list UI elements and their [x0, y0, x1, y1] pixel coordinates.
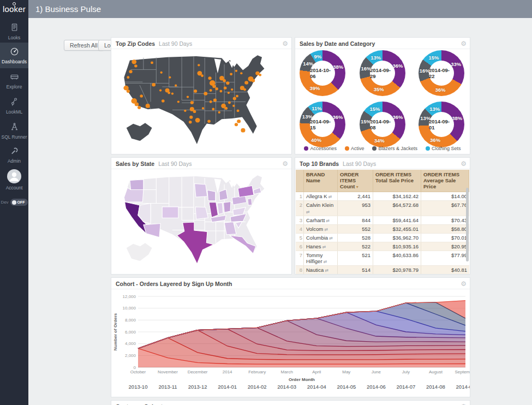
donut-percent-label: 13% [419, 115, 432, 121]
table-row[interactable]: 5Columbia ⇄528$36,962.70$70.01 [296, 234, 469, 242]
state-OR[interactable] [124, 188, 144, 202]
gear-icon[interactable]: ⚙ [282, 40, 288, 47]
zip-dot [202, 107, 204, 109]
state-MN[interactable] [195, 183, 207, 197]
donut-chart-2014-09-22[interactable]: 2014-09-2233%36%16%15% [419, 50, 464, 96]
cohort-legend-item[interactable]: 2014-03 [277, 384, 296, 390]
state-WA[interactable] [130, 180, 144, 190]
sql-runner-icon [10, 124, 19, 133]
donut-chart-2014-10-06[interactable]: 2014-10-0638%39%14%9% [300, 50, 345, 96]
table-cell: 528 [338, 234, 373, 242]
cohort-legend-item[interactable]: 2014-09 [456, 384, 470, 390]
zip-codes-map[interactable] [116, 51, 286, 152]
table-cell: 8 [296, 266, 304, 274]
legend-item[interactable]: Blazers & Jackets [372, 146, 417, 151]
sidebar-item-admin[interactable]: Admin [0, 146, 28, 164]
sidebar-item-dashboards[interactable]: Dashboards [0, 43, 28, 68]
state-OH[interactable] [224, 202, 231, 213]
cohort-legend-item[interactable]: 2014-01 [218, 384, 237, 390]
gear-icon[interactable]: ⚙ [282, 160, 288, 168]
x-tick-label: December [188, 370, 208, 374]
table-cell: 7 [296, 251, 304, 265]
table-cell: 953 [338, 201, 373, 216]
donut-chart-2014-09-01[interactable]: 2014-09-0138%36%13%13% [419, 102, 464, 147]
state-MO[interactable] [195, 207, 208, 219]
donut-percent-label: 15% [359, 118, 372, 124]
x-tick-label: July [402, 370, 410, 374]
donut-percent-label: 36% [429, 137, 442, 143]
zip-dot [212, 85, 216, 88]
cohort-legend-item[interactable]: 2013-10 [129, 384, 148, 390]
table-cell: $59,441.64 [373, 216, 421, 224]
cohort-legend-item[interactable]: 2014-08 [426, 384, 445, 390]
x-tick-label: August [429, 370, 443, 374]
brand-name-cell: Tommy Hilfiger ⇄ [304, 251, 338, 265]
table-row[interactable]: 7Tommy Hilfiger ⇄521$40,633.86$77.99 [296, 251, 469, 266]
table-cell: 522 [338, 242, 373, 251]
gear-icon[interactable]: ⚙ [461, 40, 467, 47]
cohort-legend-item[interactable]: 2014-02 [248, 384, 267, 390]
zip-dot [131, 59, 136, 64]
gear-icon[interactable]: ⚙ [461, 403, 467, 405]
table-row[interactable]: 1Allegra K ⇄2,441$34,162.42$14.00 [296, 192, 469, 201]
zip-dot [138, 106, 141, 109]
table-row[interactable]: 8Nautica ⇄514$20,978.79$40.81 [296, 266, 469, 274]
sidebar-item-explore[interactable]: Explore [0, 72, 28, 90]
zip-dot [243, 88, 246, 91]
explore-icon [10, 74, 19, 83]
column-header[interactable] [296, 170, 304, 192]
refresh-all-button[interactable]: Refresh All [64, 40, 104, 51]
table-row[interactable]: 3Carhartt ⇄844$59,441.64$70.43 [296, 216, 469, 225]
x-tick-label: September [455, 370, 470, 374]
cohort-legend-item[interactable]: 2014-05 [337, 384, 356, 390]
brand-name-cell: Hanes ⇄ [304, 242, 338, 251]
looker-logo[interactable]: looker [0, 0, 28, 18]
x-axis-title: Order Month [289, 377, 315, 382]
state-NJ[interactable] [248, 199, 252, 206]
sidebar: looker Looks Dashboards Explore LookML S… [0, 0, 28, 405]
sidebar-item-looks[interactable]: Looks [0, 23, 28, 40]
column-header[interactable]: ORDER ITEMS Count ▾ [338, 170, 373, 192]
cohort-legend-item[interactable]: 2013-11 [158, 384, 177, 390]
panel-title: Top Zip Codes Last 90 Days ⚙ [111, 38, 291, 49]
sales-by-state-map[interactable] [116, 171, 286, 272]
state-CO[interactable] [162, 207, 178, 218]
table-row[interactable]: 2Calvin Klein ⇄953$64,572.68$67.76 [296, 201, 469, 216]
cohort-legend-item[interactable]: 2014-07 [396, 384, 415, 390]
donut-chart-2014-09-29[interactable]: 2014-09-2936%35%16%13% [360, 50, 405, 96]
column-header[interactable]: ORDER ITEMS Total Sale Price [373, 170, 421, 192]
legend-item[interactable]: Accessories [304, 146, 337, 151]
sidebar-item-lookml[interactable]: LookML [0, 97, 28, 115]
legend-item[interactable]: Clothing Sets [426, 146, 461, 151]
drill-icon: ⇄ [327, 194, 332, 199]
cohort-legend-item[interactable]: 2014-04 [307, 384, 326, 390]
zip-dot [171, 92, 174, 94]
brand-name-cell: Nautica ⇄ [304, 266, 338, 274]
cohort-legend-item[interactable]: 2014-06 [367, 384, 386, 390]
sidebar-item-sql-runner[interactable]: SQL Runner [0, 122, 28, 140]
table-scrollbar[interactable] [466, 188, 469, 261]
legend-item[interactable]: Active [345, 146, 364, 151]
state-AZ[interactable] [144, 223, 160, 237]
dev-toggle[interactable]: OFF [10, 199, 28, 206]
table-cell: $40,633.86 [373, 251, 421, 265]
cohort-legend-item[interactable]: 2013-12 [188, 384, 207, 390]
column-header[interactable]: BRAND Name [304, 170, 338, 192]
cohort-area-chart[interactable]: 02,0004,0006,0008,00010,00012,000October… [111, 290, 470, 397]
gear-icon[interactable]: ⚙ [461, 280, 467, 288]
column-header[interactable]: ORDER ITEMS Average Sale Price [421, 170, 469, 192]
donut-percent-label: 36% [434, 87, 447, 93]
state-WI[interactable] [207, 190, 216, 200]
table-row[interactable]: 6Hanes ⇄522$10,935.16$20.95 [296, 242, 469, 251]
panel-top-zip-codes: Top Zip Codes Last 90 Days ⚙ [111, 37, 292, 154]
account-avatar[interactable] [7, 169, 21, 183]
donut-chart-2014-09-08[interactable]: 2014-09-0836%34%15%15% [360, 102, 405, 147]
zip-dot [135, 102, 139, 106]
donut-chart-2014-09-15[interactable]: 2014-09-1536%40%13%11% [300, 102, 345, 147]
gear-icon[interactable]: ⚙ [461, 160, 467, 168]
zip-dot [207, 120, 211, 123]
x-tick-label: April [312, 370, 321, 374]
zip-dot [213, 99, 217, 102]
page-title: 1) Business Pulse [28, 4, 101, 14]
table-row[interactable]: 4Volcom ⇄552$32,455.01$58.80 [296, 225, 469, 234]
